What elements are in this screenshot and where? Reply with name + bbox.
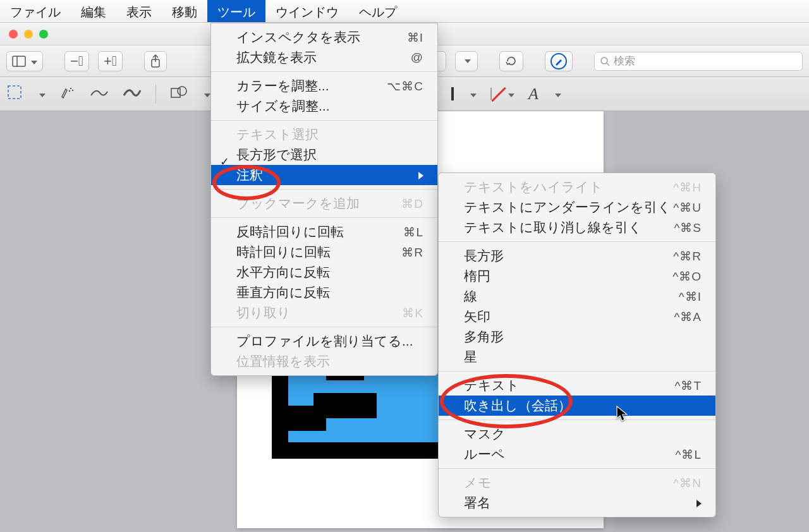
tools-menu: インスペクタを表示⌘I 拡大鏡を表示@ カラーを調整...⌥⌘C サイズを調整.… <box>210 23 438 376</box>
smi-oval[interactable]: 楕円^⌘O <box>439 266 715 286</box>
zoom-out-button[interactable]: −⃝ <box>64 51 89 71</box>
svg-line-5 <box>607 63 609 66</box>
smi-text[interactable]: テキスト^⌘T <box>439 375 715 396</box>
text-style-dropdown[interactable] <box>552 88 561 100</box>
instant-alpha-icon[interactable] <box>59 84 76 104</box>
search-field[interactable]: 検索 <box>594 52 803 71</box>
search-placeholder: 検索 <box>614 54 635 68</box>
zoom-window-button[interactable] <box>39 30 48 39</box>
smi-line[interactable]: 線^⌘I <box>439 286 715 306</box>
menu-window[interactable]: ウインドウ <box>265 0 349 22</box>
svg-rect-10 <box>171 88 180 97</box>
share-icon <box>150 54 161 68</box>
mi-flip-horizontal[interactable]: 水平方向に反転 <box>211 262 437 282</box>
mi-crop: 切り取り⌘K <box>211 303 437 323</box>
zoom-out-icon: −⃝ <box>70 53 83 70</box>
svg-point-7 <box>70 87 71 88</box>
mi-show-location: 位置情報を表示 <box>211 351 437 372</box>
menubar: ファイル 編集 表示 移動 ツール ウインドウ ヘルプ <box>0 0 809 23</box>
smi-speech-bubble[interactable]: 吹き出し（会話） <box>439 396 715 416</box>
svg-point-8 <box>72 89 73 90</box>
svg-point-4 <box>601 57 607 64</box>
border-color-swatch[interactable] <box>451 88 454 100</box>
smi-loupe[interactable]: ルーペ^⌘L <box>439 444 715 464</box>
submenu-arrow-icon <box>418 167 423 183</box>
menu-view[interactable]: 表示 <box>116 0 162 22</box>
smi-signature[interactable]: 署名 <box>439 493 715 513</box>
mi-show-magnifier[interactable]: 拡大鏡を表示@ <box>211 47 437 68</box>
menu-tools[interactable]: ツール <box>207 0 265 22</box>
mi-rotate-ccw[interactable]: 反時計回りに回転⌘L <box>211 222 437 242</box>
shapes-tool-icon[interactable] <box>170 85 188 104</box>
submenu-arrow-icon <box>696 495 702 511</box>
smi-star[interactable]: 星 <box>439 347 715 367</box>
rotate-button[interactable] <box>499 51 523 71</box>
menu-go[interactable]: 移動 <box>162 0 207 22</box>
mi-adjust-color[interactable]: カラーを調整...⌥⌘C <box>211 76 437 96</box>
share-button[interactable] <box>144 51 167 71</box>
fill-color-dropdown[interactable] <box>506 88 514 100</box>
minimize-window-button[interactable] <box>24 30 33 39</box>
svg-rect-6 <box>8 86 21 99</box>
smi-note: メモ^⌘N <box>439 473 715 493</box>
sidebar-toggle-button[interactable] <box>6 51 43 71</box>
menu-edit[interactable]: 編集 <box>71 0 116 22</box>
mi-rotate-cw[interactable]: 時計回りに回転⌘R <box>211 242 437 262</box>
rotate-icon <box>505 55 518 68</box>
search-icon <box>600 56 610 66</box>
svg-point-11 <box>178 87 186 95</box>
smi-polygon[interactable]: 多角形 <box>439 327 715 347</box>
highlight-dropdown[interactable] <box>455 51 478 71</box>
mi-annotate[interactable]: 注釈 <box>211 165 437 185</box>
smi-arrow[interactable]: 矢印^⌘A <box>439 306 715 327</box>
markup-button[interactable] <box>545 51 573 71</box>
mi-assign-profile[interactable]: プロファイルを割り当てる... <box>211 331 437 351</box>
selection-tool-icon[interactable] <box>6 84 23 104</box>
smi-underline-text[interactable]: テキストにアンダーラインを引く^⌘U <box>439 197 715 217</box>
smi-rectangle[interactable]: 長方形^⌘R <box>439 246 715 266</box>
mi-flip-vertical[interactable]: 垂直方向に反転 <box>211 282 437 303</box>
menu-file[interactable]: ファイル <box>0 0 71 22</box>
shapes-dropdown[interactable] <box>202 88 210 100</box>
text-style-button[interactable]: A <box>528 85 538 104</box>
mi-add-bookmark: ブックマークを追加⌘D <box>211 193 437 214</box>
annotate-submenu: テキストをハイライト^⌘H テキストにアンダーラインを引く^⌘U テキストに取り… <box>438 172 716 517</box>
menu-help[interactable]: ヘルプ <box>349 0 407 22</box>
zoom-in-button[interactable]: +⃝ <box>98 51 123 71</box>
zoom-in-icon: +⃝ <box>104 53 117 70</box>
selection-tool-dropdown[interactable] <box>37 88 46 100</box>
markup-icon <box>550 53 567 70</box>
mi-show-inspector[interactable]: インスペクタを表示⌘I <box>211 27 437 47</box>
border-color-dropdown[interactable] <box>468 88 477 100</box>
svg-point-9 <box>69 90 70 91</box>
sidebar-icon <box>12 56 26 67</box>
smi-highlight-text: テキストをハイライト^⌘H <box>439 177 715 197</box>
draw-tool-icon[interactable] <box>123 85 142 103</box>
smi-mask[interactable]: マスク <box>439 424 715 444</box>
mi-adjust-size[interactable]: サイズを調整... <box>211 96 437 116</box>
fill-color-swatch[interactable] <box>490 88 492 100</box>
svg-rect-0 <box>13 56 25 66</box>
sketch-tool-icon[interactable] <box>90 85 109 103</box>
smi-strikethrough-text[interactable]: テキストに取り消し線を引く^⌘S <box>439 217 715 238</box>
close-window-button[interactable] <box>9 30 18 39</box>
mi-text-selection: テキスト選択 <box>211 124 437 145</box>
mouse-cursor-icon <box>616 406 628 422</box>
mi-rect-selection[interactable]: 長方形で選択 <box>211 145 437 165</box>
traffic-lights <box>0 30 48 39</box>
